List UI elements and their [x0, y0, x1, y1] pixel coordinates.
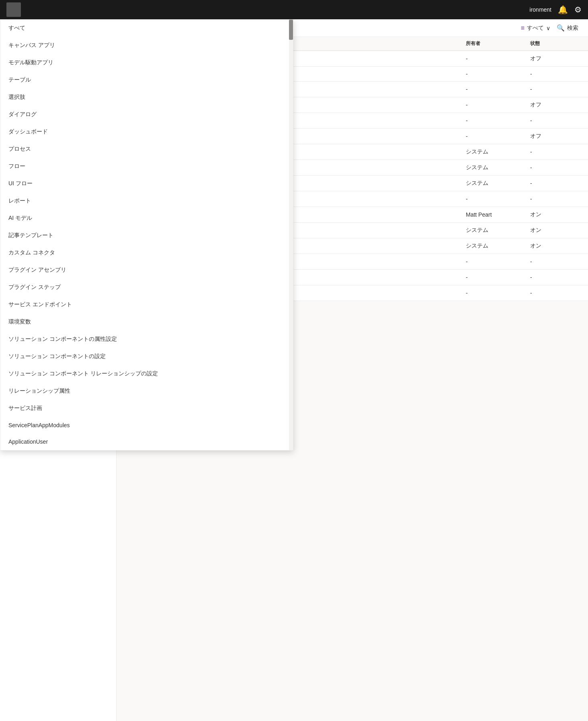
dropdown-item[interactable]: ソリューション コンポーネントの属性設定 — [0, 331, 293, 348]
search-label: 検索 — [567, 25, 578, 32]
dropdown-scrollbar-thumb[interactable] — [289, 20, 293, 40]
dropdown-item[interactable]: プロセス — [0, 141, 293, 158]
cell-status: - — [530, 290, 578, 296]
dropdown-item[interactable]: プラグイン アセンブリ — [0, 262, 293, 279]
dropdown-item[interactable]: サービス計画 — [0, 400, 293, 417]
dropdown-item[interactable]: ダッシュボード — [0, 123, 293, 141]
cell-status: - — [530, 258, 578, 265]
dropdown-item[interactable]: キャンバス アプリ — [0, 37, 293, 54]
search-icon: 🔍 — [557, 24, 565, 32]
cell-status: - — [530, 149, 578, 155]
cell-status: - — [530, 86, 578, 92]
header-right: ironment 🔔 ⚙ — [530, 5, 582, 14]
cell-status: オフ — [530, 55, 578, 62]
header: ironment 🔔 ⚙ — [0, 0, 588, 19]
dropdown-item[interactable]: 選択肢 — [0, 89, 293, 106]
dropdown-item[interactable]: ソリューション コンポーネント リレーションシップの設定 — [0, 365, 293, 383]
dropdown-item[interactable]: 環境変数 — [0, 313, 293, 331]
dropdown-item[interactable]: ApplicationUser — [0, 434, 293, 450]
cell-owner: システム — [466, 180, 530, 187]
cell-owner: システム — [466, 242, 530, 250]
dropdown-scrollbar[interactable] — [289, 20, 293, 450]
dropdown-item[interactable]: テーブル — [0, 72, 293, 89]
col-header-owner: 所有者 — [466, 40, 530, 47]
cell-status: オン — [530, 242, 578, 250]
cell-owner: システム — [466, 227, 530, 234]
cell-owner: - — [466, 71, 530, 77]
dropdown-item[interactable]: すべて — [0, 20, 293, 37]
filter-label: すべて — [527, 25, 544, 32]
dropdown-item[interactable]: リレーションシップ属性 — [0, 383, 293, 400]
dropdown-item[interactable]: ServicePlanAppModules — [0, 417, 293, 434]
cell-owner: システム — [466, 164, 530, 171]
dropdown-item[interactable]: レポート — [0, 193, 293, 210]
dropdown-item[interactable]: プラグイン ステップ — [0, 279, 293, 296]
cell-status: - — [530, 180, 578, 186]
cell-status: オフ — [530, 101, 578, 109]
dropdown-item[interactable]: サービス エンドポイント — [0, 296, 293, 313]
dropdown-item[interactable]: ソリューション コンポーネントの設定 — [0, 348, 293, 365]
cell-owner: - — [466, 86, 530, 92]
cell-owner: - — [466, 55, 530, 62]
cell-status: オン — [530, 227, 578, 234]
dropdown-item[interactable]: UI フロー — [0, 175, 293, 193]
cell-status: - — [530, 274, 578, 281]
dropdown-item[interactable]: AI モデル — [0, 210, 293, 227]
cell-owner: - — [466, 133, 530, 139]
bell-icon[interactable]: 🔔 — [558, 5, 568, 14]
filter-chevron-icon: ∨ — [546, 25, 550, 31]
cell-owner: - — [466, 290, 530, 296]
cell-owner: - — [466, 258, 530, 265]
cell-status: オン — [530, 211, 578, 218]
dropdown-item[interactable]: 記事テンプレート — [0, 227, 293, 244]
dropdown-item[interactable]: カスタム コネクタ — [0, 244, 293, 262]
cell-status: - — [530, 117, 578, 124]
col-header-status: 状態 — [530, 40, 578, 47]
cell-owner: - — [466, 117, 530, 124]
settings-icon[interactable]: ⚙ — [574, 5, 582, 14]
cell-status: - — [530, 71, 578, 77]
cell-status: - — [530, 196, 578, 202]
filter-icon: ≡ — [521, 25, 524, 32]
search-area[interactable]: 🔍 検索 — [557, 24, 578, 32]
dropdown-item[interactable]: ダイアログ — [0, 106, 293, 123]
cell-owner: - — [466, 102, 530, 108]
dropdown-items-container: すべてキャンバス アプリモデル駆動アプリテーブル選択肢ダイアログダッシュボードプ… — [0, 20, 293, 450]
header-left — [6, 2, 21, 17]
header-logo — [6, 2, 21, 17]
dropdown-item[interactable]: モデル駆動アプリ — [0, 54, 293, 72]
dropdown-item[interactable]: フロー — [0, 158, 293, 175]
filter-all-button[interactable]: ≡ すべて ∨ — [521, 25, 550, 32]
env-label: ironment — [530, 6, 551, 13]
cell-owner: Matt Peart — [466, 211, 530, 218]
cell-owner: - — [466, 196, 530, 202]
cell-owner: - — [466, 274, 530, 281]
cell-status: オフ — [530, 133, 578, 140]
dropdown-overlay: すべてキャンバス アプリモデル駆動アプリテーブル選択肢ダイアログダッシュボードプ… — [0, 19, 293, 451]
cell-owner: システム — [466, 148, 530, 156]
cell-status: - — [530, 164, 578, 171]
main-container: タイプ ∨ ソリューション コンポーネント リレApplication Ribb… — [0, 19, 588, 721]
